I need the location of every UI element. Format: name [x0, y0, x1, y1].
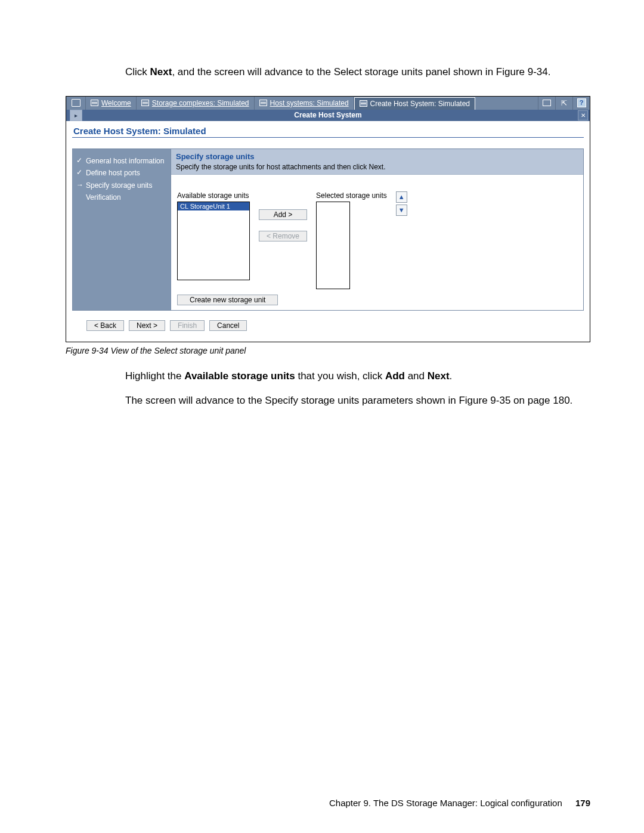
selected-column: Selected storage units	[316, 191, 387, 289]
app-icon-cell[interactable]	[66, 97, 86, 110]
app-icon	[72, 99, 80, 107]
arrow-up-icon: ▲	[398, 193, 405, 200]
move-up-button[interactable]: ▲	[396, 191, 407, 203]
selected-label: Selected storage units	[316, 191, 387, 200]
paragraph-3: The screen will advance to the Specify s…	[125, 394, 590, 408]
create-new-storage-button[interactable]: Create new storage unit	[177, 295, 278, 305]
remove-button[interactable]: < Remove	[259, 231, 307, 241]
text: .	[450, 370, 453, 382]
text-bold: Next	[428, 370, 450, 382]
document-icon	[91, 100, 98, 106]
panel-heading: Specify storage units	[176, 152, 578, 161]
wizard-nav-buttons: < Back Next > Finish Cancel	[72, 317, 584, 337]
document-icon	[141, 100, 149, 106]
step-label: Verification	[86, 193, 121, 202]
panel-subtext: Specify the storage units for host attac…	[176, 163, 578, 171]
cancel-button[interactable]: Cancel	[209, 320, 247, 331]
step-verification[interactable]: Verification	[76, 191, 166, 203]
figure-caption: Figure 9-34 View of the Select storage u…	[66, 346, 590, 355]
tab-label: Welcome	[101, 99, 131, 107]
tab-create-host-system[interactable]: Create Host System: Simulated	[354, 97, 475, 110]
tab-bar: Welcome Storage complexes: Simulated Hos…	[66, 97, 590, 110]
tab-label: Storage complexes: Simulated	[152, 99, 249, 107]
next-button[interactable]: Next >	[129, 320, 165, 331]
step-label: Specify storage units	[86, 181, 152, 190]
paragraph-2: Highlight the Available storage units th…	[125, 370, 590, 383]
close-icon: ✕	[581, 112, 586, 119]
back-button[interactable]: < Back	[86, 320, 124, 331]
expand-button[interactable]: ▸	[70, 110, 82, 121]
text: , and the screen will advance to the Sel…	[172, 66, 550, 78]
step-general-host[interactable]: General host information	[76, 155, 166, 167]
available-listbox[interactable]: CL StorageUnit 1	[177, 202, 250, 280]
page-title: Create Host System: Simulated	[72, 125, 584, 138]
text: and	[405, 370, 428, 382]
footer-page-number: 179	[575, 798, 590, 808]
finish-button[interactable]: Finish	[170, 320, 205, 331]
text-bold: Add	[385, 370, 405, 382]
text-bold: Next	[150, 66, 172, 78]
restore-icon: ⇱	[561, 99, 567, 107]
help-button[interactable]: ?	[572, 97, 590, 110]
intro-paragraph: Click Next, and the screen will advance …	[125, 66, 590, 79]
footer-chapter: Chapter 9. The DS Storage Manager: Logic…	[329, 798, 562, 808]
available-label: Available storage units	[177, 191, 250, 200]
tab-label: Host systems: Simulated	[270, 99, 349, 107]
tab-storage-complexes[interactable]: Storage complexes: Simulated	[137, 97, 255, 110]
text-bold: Available storage units	[184, 370, 295, 382]
transfer-buttons: Add > < Remove	[259, 191, 307, 241]
add-button[interactable]: Add >	[259, 209, 307, 220]
window-restore-button[interactable]: ⇱	[555, 97, 572, 110]
document-icon	[360, 100, 367, 107]
selected-listbox[interactable]	[316, 202, 350, 289]
step-define-ports[interactable]: Define host ports	[76, 167, 166, 179]
panel-header: Specify storage units Specify the storag…	[171, 149, 583, 175]
help-icon: ?	[577, 98, 586, 107]
window-min-button[interactable]	[538, 97, 555, 110]
title-bar: ▸ Create Host System ✕	[66, 110, 590, 121]
page-footer: Chapter 9. The DS Storage Manager: Logic…	[329, 798, 590, 808]
step-label: Define host ports	[86, 169, 140, 177]
text: Click	[125, 66, 150, 78]
step-label: General host information	[86, 157, 164, 165]
move-down-button[interactable]: ▼	[396, 205, 407, 216]
title-text: Create Host System	[66, 111, 590, 119]
expand-icon: ▸	[75, 112, 78, 119]
wizard: General host information Define host por…	[72, 148, 584, 311]
arrow-down-icon: ▼	[398, 206, 405, 213]
text: Highlight the	[125, 370, 184, 382]
tab-welcome[interactable]: Welcome	[86, 97, 137, 110]
wizard-steps: General host information Define host por…	[72, 148, 171, 311]
step-specify-storage[interactable]: Specify storage units	[76, 179, 166, 191]
figure-screenshot: Welcome Storage complexes: Simulated Hos…	[66, 96, 590, 342]
tab-label: Create Host System: Simulated	[370, 100, 470, 108]
document-icon	[259, 100, 267, 106]
wizard-panel: Specify storage units Specify the storag…	[171, 148, 584, 311]
close-button[interactable]: ✕	[578, 110, 588, 120]
minimize-icon	[543, 100, 551, 106]
available-column: Available storage units CL StorageUnit 1	[177, 191, 250, 280]
tab-host-systems[interactable]: Host systems: Simulated	[255, 97, 354, 110]
list-item[interactable]: CL StorageUnit 1	[178, 202, 249, 210]
reorder-buttons: ▲ ▼	[396, 191, 407, 216]
text: that you wish, click	[295, 370, 385, 382]
